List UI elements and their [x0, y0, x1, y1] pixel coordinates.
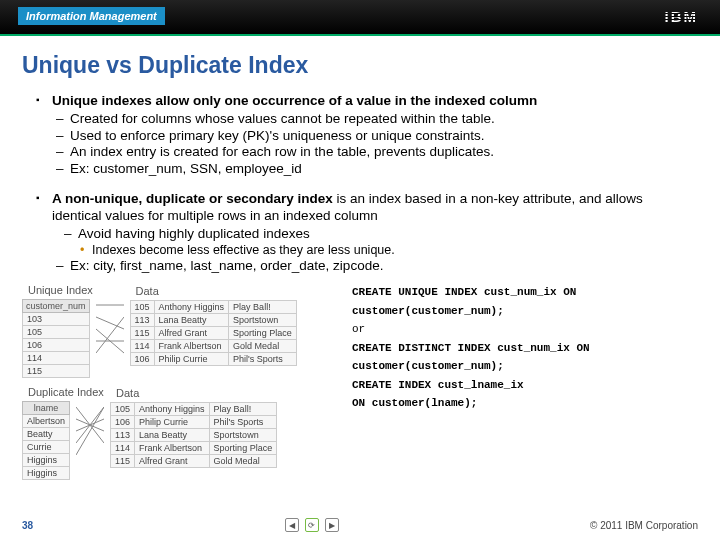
- sql-or: or: [352, 321, 698, 338]
- sql-line: CREATE UNIQUE INDEX cust_num_ix ON: [352, 284, 698, 301]
- slide-title: Unique vs Duplicate Index: [22, 52, 698, 79]
- nav-refresh-icon[interactable]: ⟳: [305, 518, 319, 532]
- sql-line: ON customer(lname);: [352, 395, 698, 412]
- nav-next-icon[interactable]: ▶: [325, 518, 339, 532]
- nav-icons: ◀ ⟳ ▶: [285, 518, 339, 532]
- connector-lines-2: [76, 401, 104, 480]
- slide-number: 38: [22, 520, 33, 531]
- subsub-less-effective: Indexes become less effective as they ar…: [36, 243, 684, 258]
- brand-chip: Information Management: [18, 7, 165, 25]
- svg-line-9: [76, 407, 104, 455]
- data-table-1: 105Anthony HigginsPlay Ball!113Lana Beat…: [130, 300, 297, 366]
- copyright-text: © 2011 IBM Corporation: [590, 520, 698, 531]
- nav-prev-icon[interactable]: ◀: [285, 518, 299, 532]
- sql-line: CREATE INDEX cust_lname_ix: [352, 377, 698, 394]
- sub-example-unique: Ex: customer_num, SSN, employee_id: [36, 161, 684, 177]
- sub-enforce-pk: Used to enforce primary key (PK)'s uniqu…: [36, 128, 684, 144]
- lower-region: Unique Index customer_num 10310510611411…: [22, 282, 698, 488]
- unique-index-table: customer_num 103105106114115: [22, 299, 90, 378]
- data-label-2: Data: [116, 387, 277, 399]
- bullet-nonunique-index: A non-unique, duplicate or secondary ind…: [36, 191, 684, 224]
- content-body: Unique indexes allow only one occurrence…: [36, 93, 684, 274]
- data-label-1: Data: [136, 285, 297, 297]
- svg-line-4: [96, 317, 124, 353]
- sql-line: customer(customer_num);: [352, 358, 698, 375]
- sql-line: customer(customer_num);: [352, 303, 698, 320]
- sub-created-for: Created for columns whose values cannot …: [36, 111, 684, 127]
- sub-example-nonunique: Ex: city, first_name, last_name, order_d…: [36, 258, 684, 274]
- data-table-2: 105Anthony HigginsPlay Ball!106Philip Cu…: [110, 402, 277, 468]
- sql-block: CREATE UNIQUE INDEX cust_num_ix ON custo…: [352, 282, 698, 488]
- diagram-block: Unique Index customer_num 10310510611411…: [22, 282, 342, 488]
- footer: 38 ◀ ⟳ ▶ © 2011 IBM Corporation: [0, 518, 720, 532]
- header-bar: Information Management IBM: [0, 0, 720, 36]
- sub-avoid-dup: Avoid having highly duplicated indexes: [36, 226, 684, 242]
- sql-line: CREATE DISTINCT INDEX cust_num_ix ON: [352, 340, 698, 357]
- duplicate-index-table: lname AlbertsonBeattyCurrieHigginsHiggin…: [22, 401, 70, 480]
- sub-index-entry: An index entry is created for each row i…: [36, 144, 684, 160]
- bullet-unique-index: Unique indexes allow only one occurrence…: [36, 93, 684, 109]
- connector-lines: [96, 299, 124, 378]
- ibm-logo: IBM: [665, 8, 699, 25]
